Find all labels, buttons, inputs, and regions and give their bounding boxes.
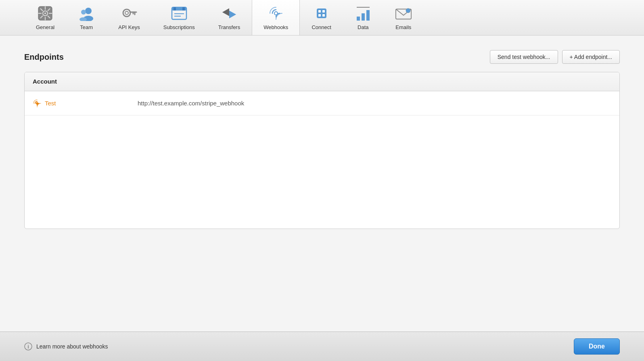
nav-label-general: General	[36, 24, 54, 30]
info-icon: i	[24, 342, 32, 351]
table-column-account: Account	[33, 78, 57, 85]
emails-icon	[395, 5, 412, 22]
done-button[interactable]: Done	[574, 338, 620, 355]
send-test-webhook-button[interactable]: Send test webhook...	[490, 50, 558, 64]
nav-label-connect: Connect	[312, 24, 331, 30]
webhook-signal-icon	[33, 99, 42, 108]
svg-rect-24	[182, 7, 185, 10]
svg-point-41	[406, 8, 410, 13]
svg-marker-27	[229, 10, 236, 18]
nav-item-api-keys[interactable]: API Keys	[107, 0, 151, 35]
learn-more-link[interactable]: Learn more about webhooks	[36, 343, 108, 350]
nav-label-subscriptions: Subscriptions	[163, 24, 195, 30]
svg-text:i: i	[27, 344, 29, 350]
endpoint-url: http://test.example.com/stripe_webhook	[138, 100, 244, 107]
data-icon	[355, 5, 372, 22]
header-actions: Send test webhook... + Add endpoint...	[490, 50, 620, 64]
svg-point-2	[44, 13, 46, 14]
svg-point-12	[81, 10, 86, 15]
nav-item-transfers[interactable]: Transfers	[207, 0, 252, 35]
nav-label-team: Team	[80, 24, 93, 30]
webhooks-icon	[268, 5, 284, 22]
svg-rect-30	[317, 8, 326, 18]
svg-marker-26	[222, 8, 229, 16]
connect-icon	[313, 5, 330, 22]
table-empty-area	[25, 115, 619, 229]
svg-rect-25	[174, 7, 176, 10]
main-content: Endpoints Send test webhook... + Add end…	[0, 36, 644, 332]
svg-rect-38	[357, 7, 370, 8]
svg-rect-31	[318, 10, 321, 13]
transfers-icon	[221, 5, 238, 22]
nav-label-transfers: Transfers	[218, 24, 240, 30]
nav-item-general[interactable]: General	[24, 0, 66, 35]
svg-rect-34	[322, 14, 325, 17]
endpoints-header: Endpoints Send test webhook... + Add end…	[24, 50, 620, 64]
nav-label-emails: Emails	[395, 24, 411, 30]
api-keys-icon	[121, 5, 138, 22]
svg-rect-32	[322, 10, 325, 13]
nav-label-webhooks: Webhooks	[263, 24, 288, 30]
svg-point-16	[125, 11, 128, 15]
endpoint-name-link[interactable]: Test	[45, 100, 56, 107]
nav-item-connect[interactable]: Connect	[300, 0, 343, 35]
nav-item-team[interactable]: Team	[66, 0, 107, 35]
svg-point-11	[85, 8, 92, 14]
svg-rect-36	[362, 13, 365, 21]
svg-rect-35	[357, 17, 360, 21]
footer: i Learn more about webhooks Done	[0, 332, 644, 361]
table-row: Test http://test.example.com/stripe_webh…	[25, 91, 619, 115]
footer-left: i Learn more about webhooks	[24, 342, 108, 351]
endpoint-name-cell: Test	[33, 99, 138, 108]
nav-label-data: Data	[358, 24, 368, 30]
endpoints-title: Endpoints	[24, 52, 64, 62]
nav-item-data[interactable]: Data	[343, 0, 383, 35]
endpoints-table: Account Test http://test.example.com/str…	[24, 72, 620, 229]
svg-rect-33	[318, 14, 321, 17]
nav-item-emails[interactable]: Emails	[383, 0, 424, 35]
team-icon	[78, 5, 95, 22]
nav-item-subscriptions[interactable]: Subscriptions	[152, 0, 207, 35]
nav-label-api-keys: API Keys	[118, 24, 140, 30]
nav-item-webhooks[interactable]: Webhooks	[252, 0, 300, 35]
table-header: Account	[25, 72, 619, 91]
svg-point-15	[123, 9, 130, 17]
add-endpoint-button[interactable]: + Add endpoint...	[562, 50, 620, 64]
subscriptions-icon	[171, 5, 188, 22]
top-navigation: General Team API Keys	[0, 0, 644, 36]
svg-rect-37	[366, 10, 370, 21]
general-icon	[37, 5, 54, 22]
